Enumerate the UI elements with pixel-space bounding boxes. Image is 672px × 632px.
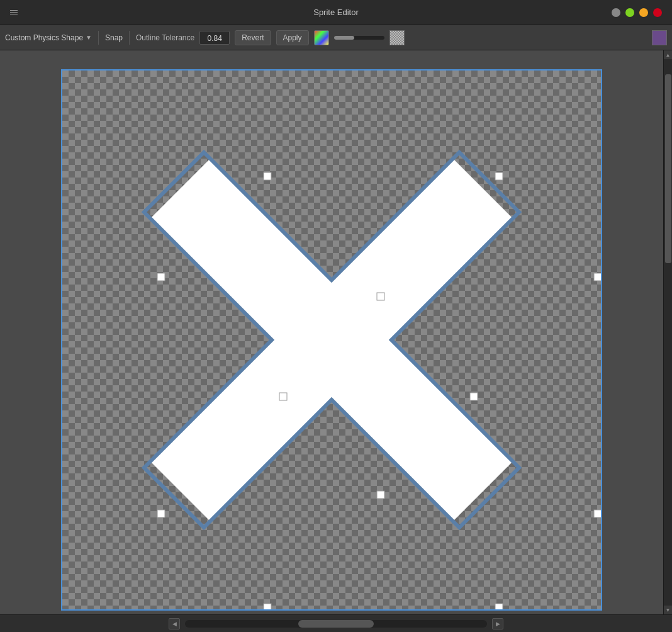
sprite-canvas[interactable] (61, 69, 602, 611)
sprite-shape (150, 159, 513, 521)
tolerance-input[interactable]: 0.84 (199, 31, 230, 45)
window-controls (612, 8, 662, 17)
control-point-7[interactable] (470, 393, 478, 400)
window-title: Sprite Editor (8, 8, 664, 17)
control-point-1[interactable] (264, 172, 271, 180)
revert-button[interactable]: Revert (235, 30, 271, 45)
control-point-9[interactable] (157, 510, 165, 517)
bottom-bar: ◀ ▶ (0, 614, 672, 632)
mode-label: Custom Physics Shape (5, 33, 83, 42)
brightness-slider[interactable] (334, 36, 384, 40)
scroll-up-button[interactable]: ▲ (664, 50, 673, 59)
control-point-4[interactable] (594, 273, 601, 281)
scroll-down-button[interactable]: ▼ (664, 606, 673, 614)
horizontal-scrollbar-thumb (298, 620, 374, 628)
control-point-12[interactable] (495, 604, 503, 609)
window-minimize-button[interactable] (612, 8, 620, 17)
slider-fill (334, 36, 354, 40)
color-picker-button[interactable] (314, 30, 329, 45)
control-point-6[interactable] (279, 393, 287, 400)
canvas-wrapper (0, 50, 663, 614)
toolbar: Custom Physics Shape ▼ Snap Outline Tole… (0, 25, 672, 50)
snap-toggle[interactable]: Snap (105, 33, 123, 42)
outline-tolerance-label: Outline Tolerance (136, 33, 194, 42)
window-fullscreen-button[interactable] (639, 8, 648, 17)
apply-button[interactable]: Apply (276, 30, 309, 45)
control-point-5[interactable] (377, 293, 384, 300)
extra-button[interactable] (652, 30, 667, 45)
main-area: ▲ ▼ (0, 50, 672, 614)
control-point-2[interactable] (495, 172, 503, 180)
window-close-button[interactable] (653, 8, 662, 17)
slider-container (334, 36, 384, 40)
control-point-11[interactable] (264, 604, 271, 609)
window-maximize-button[interactable] (625, 8, 634, 17)
texture-button[interactable] (389, 30, 405, 45)
mode-arrow-icon: ▼ (86, 34, 92, 41)
canvas-svg (62, 71, 601, 609)
control-point-8[interactable] (377, 491, 384, 499)
horizontal-scrollbar[interactable] (185, 620, 487, 628)
control-point-10[interactable] (594, 510, 601, 517)
separator-1 (98, 31, 99, 45)
control-point-3[interactable] (157, 273, 165, 281)
separator-2 (129, 31, 130, 45)
scrollbar-thumb[interactable] (665, 74, 671, 263)
checkerboard-icon (390, 31, 404, 45)
mode-selector[interactable]: Custom Physics Shape ▼ (5, 33, 92, 42)
scroll-left-button[interactable]: ◀ (169, 618, 180, 629)
vertical-scrollbar: ▲ ▼ (663, 50, 672, 614)
scroll-right-button[interactable]: ▶ (492, 618, 503, 629)
title-bar: Sprite Editor (0, 0, 672, 25)
window-menu-button[interactable] (10, 8, 20, 17)
